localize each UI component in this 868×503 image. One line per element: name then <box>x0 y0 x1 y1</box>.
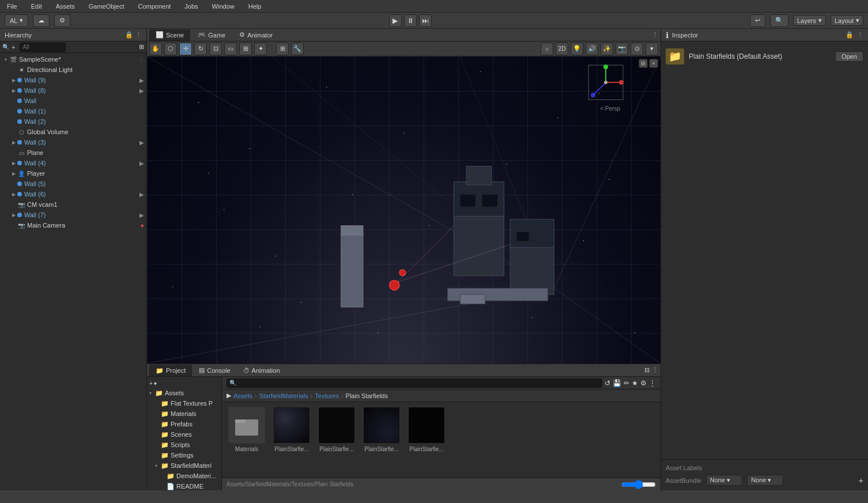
tab-scene[interactable]: ⬜ Scene <box>149 29 190 41</box>
tree-item-wall9[interactable]: ▶ Wall (9) ▶ <box>0 75 146 85</box>
hierarchy-search-input[interactable] <box>20 43 66 52</box>
tree-item-wall6[interactable]: ▶ Wall (6) ▶ <box>0 189 146 199</box>
project-create-icon[interactable]: ✏ <box>624 379 629 387</box>
asset-thumb-plain3[interactable]: PlainStarfie... <box>361 407 402 452</box>
project-filter-icon[interactable]: ⚙ <box>640 379 647 387</box>
tree-item-wall[interactable]: Wall <box>0 96 146 106</box>
lighting-tool[interactable]: 💡 <box>571 43 583 55</box>
step-button[interactable]: ⏭ <box>419 14 432 27</box>
menu-file[interactable]: File <box>5 2 20 11</box>
snap-tool[interactable]: 🔧 <box>291 43 304 55</box>
asset-size-slider[interactable] <box>621 481 656 488</box>
ptree-item-starfield[interactable]: ▾ 📁 StarfieldMateri <box>147 460 221 471</box>
hand-tool[interactable]: ✋ <box>149 43 162 55</box>
menu-assets[interactable]: Assets <box>54 2 77 11</box>
hierarchy-lock-icon[interactable]: 🔒 <box>125 31 133 39</box>
tree-item-wall5[interactable]: Wall (5) <box>0 179 146 189</box>
hierarchy-expand-btn[interactable]: ⊞ <box>139 43 144 51</box>
tree-item-globalvol[interactable]: ⬡ Global Volume <box>0 127 146 137</box>
custom-tool[interactable]: ✦ <box>254 43 267 55</box>
cloud-button[interactable]: ☁ <box>33 14 50 27</box>
asset-thumb-plain4[interactable]: PlainStarfie... <box>406 407 447 452</box>
asset-bundle-dropdown2[interactable]: None ▾ <box>747 475 783 486</box>
grid-tool[interactable]: ⊞ <box>276 43 289 55</box>
tab-project[interactable]: 📁 Project <box>149 365 192 376</box>
breadcrumb-textures[interactable]: Textures <box>315 392 339 399</box>
more-tool[interactable]: ▾ <box>646 43 658 55</box>
settings-button[interactable]: ⚙ <box>54 14 70 27</box>
rect-tool[interactable]: ▭ <box>224 43 237 55</box>
scene-gizmo[interactable] <box>586 62 626 103</box>
tree-options-icon[interactable]: ⋮ <box>138 56 144 63</box>
tree-expand-icon[interactable]: ▶ <box>139 212 144 218</box>
scene-maximize-btn[interactable]: ⊟ <box>639 59 648 68</box>
inspector-menu-icon[interactable]: ⋮ <box>857 31 863 39</box>
project-star-icon[interactable]: ★ <box>632 379 638 387</box>
account-button[interactable]: AL ▾ <box>5 14 28 27</box>
tab-animator[interactable]: ⚙ Animator <box>233 29 279 41</box>
ptree-item-scripts[interactable]: 📁 Scripts <box>147 440 221 450</box>
rotate-tool[interactable]: ↻ <box>194 43 207 55</box>
inspector-lock-icon[interactable]: 🔒 <box>846 31 854 39</box>
asset-thumb-materials[interactable]: Materials <box>227 407 267 452</box>
ptree-item-demomateri[interactable]: 📁 DemoMateri... <box>147 471 221 481</box>
project-search-input[interactable] <box>227 379 602 388</box>
project-menu-icon[interactable]: ⋮ <box>649 379 656 387</box>
tree-item-wall7[interactable]: ▶ Wall (7) ▶ <box>0 210 146 220</box>
pause-button[interactable]: ⏸ <box>404 14 417 27</box>
ptree-item-assets[interactable]: ▾ 📁 Assets <box>147 388 221 398</box>
layout-dropdown[interactable]: Layout ▾ <box>831 15 863 26</box>
tree-item-player[interactable]: ▶ 👤 Player <box>0 168 146 179</box>
asset-thumb-plain1[interactable]: PlainStarfie... <box>271 407 312 452</box>
2d-toggle[interactable]: 2D <box>556 43 568 55</box>
tree-expand-icon[interactable]: ▶ <box>139 88 144 94</box>
move-tool[interactable]: ✛ <box>179 43 192 55</box>
tab-animation[interactable]: ⏱ Animation <box>237 365 286 376</box>
menu-component[interactable]: Component <box>135 2 173 11</box>
tab-game[interactable]: 🎮 Game <box>191 29 232 41</box>
menu-jobs[interactable]: Jobs <box>182 2 200 11</box>
tree-expand-icon[interactable]: ▶ <box>139 139 144 146</box>
ptree-item-scenes[interactable]: 📁 Scenes <box>147 429 221 440</box>
fx-tool[interactable]: ✨ <box>601 43 613 55</box>
tree-item-samplescene[interactable]: ▾ 🎬 SampleScene* ⋮ <box>0 54 146 65</box>
hierarchy-menu-icon[interactable]: ⋮ <box>135 31 142 39</box>
scene-menu-icon[interactable]: ⋮ <box>652 31 658 39</box>
breadcrumb-assets[interactable]: Assets <box>233 392 252 399</box>
asset-bundle-dropdown1[interactable]: None ▾ <box>706 475 742 486</box>
hierarchy-create-btn[interactable]: + <box>12 44 15 51</box>
tree-item-plane[interactable]: ▭ Plane <box>0 148 146 158</box>
ptree-item-prefabs[interactable]: 📁 Prefabs <box>147 419 221 429</box>
asset-thumb-plain2[interactable]: PlainStarfie... <box>316 407 357 452</box>
scale-tool[interactable]: ⊡ <box>209 43 222 55</box>
audio-tool[interactable]: 🔊 <box>586 43 598 55</box>
ptree-item-readme[interactable]: 📄 README <box>147 481 221 490</box>
tree-item-dirlight[interactable]: ☀ Directional Light <box>0 65 146 75</box>
tree-item-vcam[interactable]: 📷 CM vcam1 <box>0 199 146 210</box>
tree-item-wall3[interactable]: ▶ Wall (3) ▶ <box>0 137 146 148</box>
cam-tool[interactable]: 📷 <box>616 43 628 55</box>
tree-expand-icon[interactable]: ▶ <box>139 160 144 167</box>
undo-button[interactable]: ↩ <box>750 14 765 27</box>
menu-edit[interactable]: Edit <box>29 2 44 11</box>
tree-item-wall2[interactable]: Wall (2) <box>0 116 146 127</box>
tree-expand-icon[interactable]: ▶ <box>139 191 144 198</box>
bottom-lock-icon[interactable]: ⊟ <box>644 366 650 374</box>
gizmo-tool[interactable]: ⊙ <box>631 43 643 55</box>
project-refresh-icon[interactable]: ↺ <box>605 379 610 387</box>
bottom-menu-icon[interactable]: ⋮ <box>652 366 658 374</box>
menu-window[interactable]: Window <box>210 2 237 11</box>
project-save-icon[interactable]: 💾 <box>613 379 621 387</box>
ptree-item-flat-textures[interactable]: 📁 Flat Textures P <box>147 398 221 409</box>
tree-item-wall8[interactable]: ▶ Wall (8) ▶ <box>0 85 146 96</box>
tab-console[interactable]: ▤ Console <box>193 365 236 376</box>
ptree-item-materials[interactable]: 📁 Materials <box>147 409 221 419</box>
tree-item-wall1[interactable]: Wall (1) <box>0 106 146 116</box>
play-button[interactable]: ▶ <box>389 14 402 27</box>
shading-tool[interactable]: ○ <box>541 43 553 55</box>
tree-expand-icon[interactable]: ▶ <box>139 77 144 84</box>
scene-viewport[interactable]: < Persp ⊟ × <box>147 56 661 364</box>
breadcrumb-starfield[interactable]: StarfieldMaterials <box>259 392 308 399</box>
select-tool[interactable]: ⬡ <box>164 43 177 55</box>
ptree-item-settings[interactable]: 📁 Settings <box>147 450 221 460</box>
